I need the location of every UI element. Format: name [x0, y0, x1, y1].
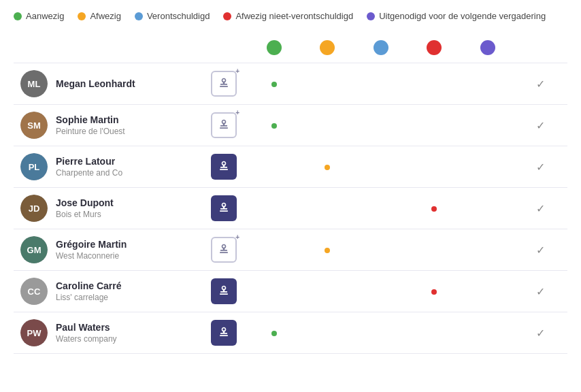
invited-cell[interactable]: ✓	[514, 63, 567, 105]
legend-item: Aanwezig	[14, 11, 64, 21]
status-cell-afwezig[interactable]	[301, 229, 354, 271]
invited-cell[interactable]: ✓	[514, 229, 567, 271]
table-row: PW Paul WatersWaters company ✓	[14, 312, 567, 354]
status-cell-afwezig-niet[interactable]	[408, 146, 461, 188]
icon-cell[interactable]	[200, 312, 248, 354]
person-company: Peinture de l'Ouest	[56, 127, 125, 136]
status-cell-aanwezig[interactable]	[248, 146, 301, 188]
icon-cell[interactable]: +	[200, 63, 248, 105]
icon-cell[interactable]: +	[200, 229, 248, 271]
invited-cell[interactable]: ✓	[514, 146, 567, 188]
status-icon-outline-btn[interactable]: +	[211, 112, 237, 138]
status-cell-uitgenodigd[interactable]	[461, 105, 514, 146]
status-cell-afwezig-niet[interactable]	[408, 105, 461, 146]
status-cell-afwezig[interactable]	[301, 105, 354, 146]
status-icon-filled-btn[interactable]	[211, 154, 237, 180]
legend-dot	[135, 12, 143, 20]
legend-label: Afwezig nieet-verontschuldigd	[235, 11, 353, 21]
status-cell-aanwezig[interactable]	[248, 229, 301, 271]
person-info: PW Paul WatersWaters company	[20, 319, 193, 346]
status-icon-outline-btn[interactable]: +	[211, 237, 237, 263]
status-cell-afwezig-niet[interactable]	[408, 63, 461, 105]
status-cell-afwezig[interactable]	[301, 271, 354, 312]
person-cell: CC Caroline CarréLiss' carrelage	[14, 271, 200, 312]
status-cell-afwezig[interactable]	[301, 63, 354, 105]
invited-cell[interactable]: ✓	[514, 188, 567, 229]
person-info: JD Jose DupontBois et Murs	[20, 195, 193, 222]
person-text: Pierre LatourCharpente and Co	[56, 156, 122, 178]
status-dot	[325, 165, 330, 170]
svg-text:PW: PW	[27, 328, 42, 338]
status-cell-verontschuldigd[interactable]	[354, 146, 408, 188]
person-cell: ML Megan Leonhardt	[14, 63, 200, 105]
status-cell-verontschuldigd[interactable]	[354, 312, 408, 354]
person-text: Paul WatersWaters company	[56, 322, 117, 344]
person-text: Grégoire MartinWest Maconnerie	[56, 239, 127, 261]
status-cell-aanwezig[interactable]	[248, 312, 301, 354]
person-info: ML Megan Leonhardt	[20, 70, 193, 97]
table-header-row	[14, 35, 567, 63]
legend-dot	[14, 12, 22, 20]
person-cell: PW Paul WatersWaters company	[14, 312, 200, 354]
invited-cell[interactable]: ✓	[514, 105, 567, 146]
header-dot-verontschuldigd	[374, 40, 388, 55]
status-cell-aanwezig[interactable]	[248, 271, 301, 312]
checkmark-icon: ✓	[536, 120, 545, 131]
status-cell-verontschuldigd[interactable]	[354, 188, 408, 229]
person-cell: PL Pierre LatourCharpente and Co	[14, 146, 200, 188]
status-cell-uitgenodigd[interactable]	[461, 271, 514, 312]
invited-cell[interactable]: ✓	[514, 312, 567, 354]
status-icon-filled-btn[interactable]	[211, 195, 237, 221]
checkmark-icon: ✓	[536, 244, 545, 256]
icon-cell[interactable]: +	[200, 105, 248, 146]
header-dot-afwezig-niet	[427, 40, 442, 55]
icon-cell[interactable]	[200, 271, 248, 312]
invited-cell[interactable]: ✓	[514, 271, 567, 312]
header-dot-uitgenodigd	[480, 40, 495, 55]
table-row: ML Megan Leonhardt + ✓	[14, 63, 567, 105]
checkmark-icon: ✓	[536, 327, 545, 339]
status-cell-afwezig[interactable]	[301, 146, 354, 188]
status-cell-afwezig-niet[interactable]	[408, 229, 461, 271]
status-icon-outline-btn[interactable]: +	[211, 71, 237, 97]
status-cell-aanwezig[interactable]	[248, 63, 301, 105]
status-cell-verontschuldigd[interactable]	[354, 229, 408, 271]
icon-cell[interactable]	[200, 146, 248, 188]
status-cell-afwezig-niet[interactable]	[408, 188, 461, 229]
svg-text:GM: GM	[27, 245, 42, 255]
table-row: SM Sophie MartinPeinture de l'Ouest + ✓	[14, 105, 567, 146]
person-text: Megan Leonhardt	[56, 78, 135, 89]
status-cell-aanwezig[interactable]	[248, 188, 301, 229]
status-cell-uitgenodigd[interactable]	[461, 146, 514, 188]
checkmark-icon: ✓	[536, 161, 545, 173]
svg-text:ML: ML	[28, 79, 41, 89]
legend-label: Aanwezig	[26, 11, 64, 21]
status-icon-filled-btn[interactable]	[211, 278, 237, 304]
status-cell-verontschuldigd[interactable]	[354, 271, 408, 312]
checkmark-icon: ✓	[536, 203, 545, 214]
person-name: Grégoire Martin	[56, 239, 127, 250]
status-cell-verontschuldigd[interactable]	[354, 105, 408, 146]
status-cell-uitgenodigd[interactable]	[461, 188, 514, 229]
status-dot	[325, 248, 330, 253]
status-cell-aanwezig[interactable]	[248, 105, 301, 146]
plus-badge: +	[235, 234, 239, 241]
table-row: CC Caroline CarréLiss' carrelage ✓	[14, 271, 567, 312]
person-cell: GM Grégoire MartinWest Maconnerie	[14, 229, 200, 271]
status-cell-afwezig-niet[interactable]	[408, 312, 461, 354]
person-company: Waters company	[56, 334, 117, 344]
status-cell-afwezig-niet[interactable]	[408, 271, 461, 312]
status-cell-uitgenodigd[interactable]	[461, 63, 514, 105]
status-cell-uitgenodigd[interactable]	[461, 229, 514, 271]
icon-cell[interactable]	[200, 188, 248, 229]
main-container: Aanwezig Afwezig Verontschuldigd Afwezig…	[0, 0, 581, 365]
person-text: Sophie MartinPeinture de l'Ouest	[56, 114, 125, 136]
avatar: SM	[20, 112, 48, 139]
person-name: Megan Leonhardt	[56, 78, 135, 89]
status-cell-afwezig[interactable]	[301, 188, 354, 229]
status-cell-afwezig[interactable]	[301, 312, 354, 354]
svg-text:CC: CC	[28, 287, 41, 297]
status-cell-verontschuldigd[interactable]	[354, 63, 408, 105]
status-icon-filled-btn[interactable]	[211, 320, 237, 346]
status-cell-uitgenodigd[interactable]	[461, 312, 514, 354]
